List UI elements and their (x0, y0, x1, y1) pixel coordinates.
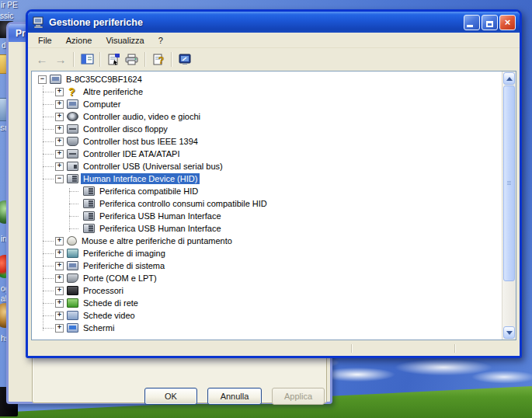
tree-expander[interactable]: + (55, 150, 64, 158)
properties-icon (107, 54, 120, 65)
print-button[interactable] (123, 51, 141, 68)
scroll-up-button[interactable] (503, 72, 515, 85)
tree-expander[interactable]: + (55, 88, 64, 96)
minimize-button[interactable] (464, 15, 480, 30)
title-bar[interactable]: Gestione periferiche × (28, 12, 520, 33)
tree-item-label[interactable]: Controller USB (Universal serial bus) (81, 161, 225, 172)
tree-row: Periferica compatibile HID (32, 185, 502, 197)
menu-help[interactable]: ? (151, 34, 170, 47)
tree-expander[interactable]: + (55, 125, 64, 134)
tree-expander[interactable]: + (55, 287, 64, 295)
tree-item-label[interactable]: Controller IDE ATA/ATAPI (81, 148, 183, 159)
tree-row: Periferica controllo consumi compatibile… (32, 197, 502, 210)
properties-button[interactable] (104, 51, 123, 68)
device-tree: − B-8C35CC9BF1624 + Altre periferiche + … (32, 73, 502, 340)
tree-item-label[interactable]: Schede video (81, 310, 137, 321)
tree-row: + Schede di rete (32, 297, 502, 309)
tree-row: Periferica USB Human Interface (32, 222, 502, 235)
mouse-icon (67, 236, 77, 246)
forward-icon: → (55, 54, 67, 65)
show-console-tree-button[interactable] (78, 51, 96, 68)
tree-row: + Mouse e altre periferiche di puntament… (32, 235, 502, 247)
monitor-icon (67, 323, 78, 333)
tree-expander[interactable]: + (55, 113, 64, 121)
tree-item-label[interactable]: Periferiche di sistema (81, 260, 167, 271)
tree-row: + Processori (32, 284, 502, 297)
tree-item-label[interactable]: Computer (81, 99, 123, 110)
tree-item-label[interactable]: B-8C35CC9BF1624 (64, 74, 144, 85)
tree-expander[interactable]: + (55, 249, 64, 258)
cancel-button[interactable]: Annulla (207, 388, 262, 405)
status-separator (351, 344, 353, 353)
tree-expander[interactable]: + (55, 138, 64, 146)
maximize-button[interactable] (482, 15, 498, 30)
toolbar-separator (73, 52, 75, 67)
scrollbar-thumb[interactable] (503, 85, 515, 281)
tree-item-label[interactable]: Schermi (81, 322, 116, 333)
tree-item-label[interactable]: Periferica compatibile HID (97, 186, 200, 197)
window-title: Gestione periferiche (49, 17, 462, 28)
device-manager-window: Gestione periferiche × File Azione Visua… (26, 9, 522, 358)
scrollbar[interactable] (502, 71, 516, 340)
tree-expander[interactable]: + (55, 237, 64, 246)
network-icon (67, 298, 78, 308)
computer-icon (50, 75, 61, 84)
toolbar-separator (99, 52, 101, 67)
tree-row: + Controller USB (Universal serial bus) (32, 160, 502, 172)
tree-expander[interactable]: + (55, 274, 64, 283)
tree-expander[interactable]: − (38, 75, 47, 84)
menu-azione[interactable]: Azione (59, 34, 99, 47)
menu-visualizza[interactable]: Visualizza (99, 34, 151, 47)
help-icon: ? (152, 54, 165, 65)
tree-item-label[interactable]: Mouse e altre periferiche di puntamento (79, 235, 235, 246)
toolbar: ← → (28, 48, 520, 70)
tree-item-label[interactable]: Periferica controllo consumi compatibile… (97, 198, 269, 209)
unknown-device-icon (67, 87, 78, 96)
close-button[interactable]: × (499, 15, 516, 30)
tree-item-label[interactable]: Processori (81, 285, 126, 296)
tree-expander[interactable]: + (55, 299, 64, 308)
toolbar-separator (171, 52, 172, 67)
tree-expander[interactable]: + (55, 324, 64, 333)
tree-row: + Controller disco floppy (32, 123, 502, 135)
tree-row: + Altre periferiche (32, 85, 502, 98)
forward-button[interactable]: → (51, 51, 70, 68)
tree-item-label[interactable]: Human Interface Device (HID) (81, 173, 200, 184)
svg-text:?: ? (158, 55, 164, 65)
floppy-icon (67, 124, 78, 134)
scan-hardware-button[interactable] (176, 51, 194, 68)
tree-expander[interactable]: + (55, 262, 64, 270)
tree-item-label[interactable]: Controller audio, video e giochi (81, 111, 203, 122)
menu-file[interactable]: File (31, 34, 59, 47)
toolbar-separator (144, 52, 146, 67)
hid-icon (83, 224, 95, 233)
hid-icon (83, 199, 95, 208)
back-button[interactable]: ← (33, 51, 51, 68)
tree-item-label[interactable]: Porte (COM e LPT) (81, 273, 159, 284)
tree-item-label[interactable]: Controller host bus IEEE 1394 (81, 136, 200, 147)
desktop: ir PE ssic dl SE in og al hs Pro OK Annu… (0, 0, 532, 418)
processor-icon (67, 286, 78, 295)
ok-button[interactable]: OK (144, 388, 197, 405)
desktop-icon-label: ir PE (1, 1, 18, 9)
tree-item-label[interactable]: Periferica USB Human Interface (97, 211, 224, 221)
computer-icon (67, 99, 78, 109)
tree-expander[interactable]: + (55, 162, 64, 171)
maximize-icon (486, 21, 493, 27)
tree-row: − B-8C35CC9BF1624 (32, 73, 502, 85)
tree-expander[interactable]: + (55, 312, 64, 320)
tree-item-label[interactable]: Periferiche di imaging (81, 248, 168, 259)
scroll-down-button[interactable] (503, 326, 515, 339)
tree-expander[interactable]: + (55, 100, 64, 109)
help-button[interactable]: ? (149, 51, 168, 68)
tree-row: + Computer (32, 98, 502, 110)
hid-icon (83, 186, 95, 196)
tree-item-label[interactable]: Periferica USB Human Interface (97, 223, 224, 234)
usb-icon (67, 162, 78, 171)
tree-row: + Controller host bus IEEE 1394 (32, 135, 502, 148)
tree-expander[interactable]: − (55, 175, 64, 183)
tree-item-label[interactable]: Altre periferiche (81, 86, 145, 97)
tree-item-label[interactable]: Schede di rete (81, 298, 141, 308)
tree-item-label[interactable]: Controller disco floppy (81, 124, 170, 134)
tree-row: − Human Interface Device (HID) (32, 172, 502, 185)
